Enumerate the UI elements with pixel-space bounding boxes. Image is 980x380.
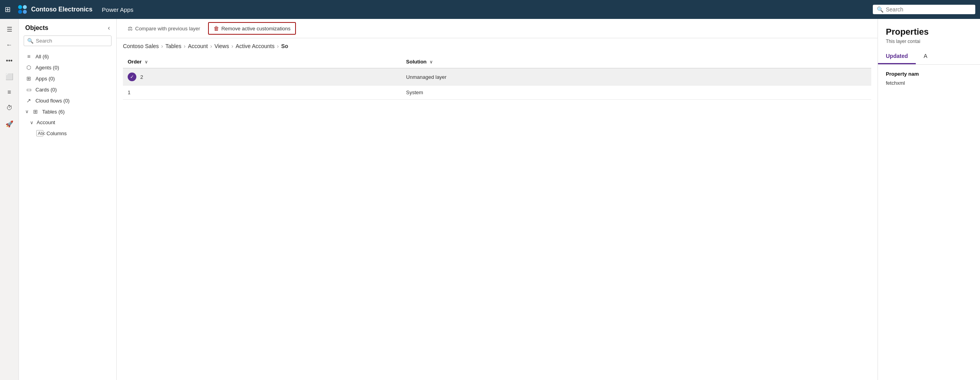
breadcrumb-sep-3: ›	[210, 43, 212, 49]
cards-icon: ▭	[25, 86, 32, 93]
breadcrumb-sep-1: ›	[161, 43, 163, 49]
layers-table: Order ∨ Solution ∨ ✓	[123, 56, 871, 100]
row2-order-value: 1	[128, 89, 130, 95]
tab-updated-label: Updated	[886, 53, 908, 59]
breadcrumb-tables[interactable]: Tables	[166, 43, 181, 49]
col-order[interactable]: Order ∨	[123, 56, 402, 68]
sidebar-item-account[interactable]: ∨ Account	[19, 117, 116, 128]
row1-solution-value: Unmanaged layer	[402, 68, 871, 86]
sidebar-item-all[interactable]: ≡ All (6)	[19, 51, 116, 62]
columns-icon: Abc	[36, 130, 43, 136]
rail-menu-icon[interactable]: ☰	[2, 22, 17, 36]
row1-order-value: 2	[140, 74, 143, 80]
breadcrumb: Contoso Sales › Tables › Account › Views…	[117, 38, 878, 52]
breadcrumb-active-accounts[interactable]: Active Accounts	[236, 43, 275, 49]
sidebar-item-cloud-flows[interactable]: ↗ Cloud flows (0)	[19, 95, 116, 106]
rail-rocket-icon[interactable]: 🚀	[2, 117, 17, 131]
rail-history-icon[interactable]: ⏱	[2, 101, 17, 115]
sidebar-item-label-columns: Columns	[46, 130, 67, 136]
properties-title: Properties	[878, 19, 980, 39]
table-row[interactable]: 1 System	[123, 86, 871, 100]
sidebar-item-agents[interactable]: ⬡ Agents (0)	[19, 62, 116, 73]
brand-icon	[17, 4, 28, 15]
sidebar-item-label-cloud-flows: Cloud flows (0)	[35, 98, 70, 104]
sidebar-item-cards[interactable]: ▭ Cards (0)	[19, 84, 116, 95]
breadcrumb-views[interactable]: Views	[214, 43, 229, 49]
properties-panel: Properties This layer contai Updated A P…	[878, 19, 980, 380]
tab-updated[interactable]: Updated	[878, 49, 916, 64]
svg-point-3	[23, 10, 27, 14]
properties-tabs: Updated A	[878, 49, 980, 65]
order-sort-icon: ∨	[145, 60, 148, 64]
icon-rail: ☰ ← ••• ⬜ ≡ ⏱ 🚀	[0, 19, 19, 380]
sidebar-item-label-apps: Apps (0)	[35, 76, 55, 82]
global-search-box[interactable]: 🔍	[873, 5, 975, 14]
app-name: Power Apps	[102, 6, 134, 13]
rail-component-icon[interactable]: ⬜	[2, 69, 17, 84]
col-solution-label: Solution	[406, 59, 427, 65]
sidebar-title: Objects	[25, 24, 48, 32]
main-layout: ☰ ← ••• ⬜ ≡ ⏱ 🚀 Objects ‹ 🔍 ≡ All (6) ⬡ …	[0, 19, 980, 380]
agents-icon: ⬡	[25, 64, 32, 71]
compare-icon: ⚖	[128, 25, 133, 32]
trash-icon: 🗑	[214, 25, 219, 32]
solution-sort-icon: ∨	[430, 60, 433, 64]
global-search-icon: 🔍	[877, 6, 883, 13]
sidebar-search-icon: 🔍	[27, 38, 33, 44]
properties-content: Property nam fetchxml	[878, 65, 980, 92]
svg-point-1	[23, 5, 27, 9]
sidebar-search-box[interactable]: 🔍	[24, 35, 112, 46]
table-row[interactable]: ✓ 2 Unmanaged layer	[123, 68, 871, 86]
col-solution[interactable]: Solution ∨	[402, 56, 871, 68]
grid-menu-icon[interactable]: ⊞	[5, 5, 11, 14]
row1-order-cell: ✓ 2	[123, 68, 402, 86]
tab-all[interactable]: A	[916, 49, 935, 64]
row2-solution-value: System	[402, 86, 871, 100]
breadcrumb-current: So	[281, 43, 288, 49]
compare-button-label: Compare with previous layer	[135, 26, 200, 32]
rail-back-icon[interactable]: ←	[2, 38, 17, 52]
content-area: ⚖ Compare with previous layer 🗑 Remove a…	[117, 19, 878, 380]
compare-button[interactable]: ⚖ Compare with previous layer	[123, 23, 205, 34]
sidebar-header: Objects ‹	[19, 19, 116, 35]
objects-sidebar: Objects ‹ 🔍 ≡ All (6) ⬡ Agents (0) ⊞ App…	[19, 19, 117, 380]
sidebar-item-apps[interactable]: ⊞ Apps (0)	[19, 73, 116, 84]
remove-button-label: Remove active customizations	[221, 26, 291, 32]
tables-chevron-icon: ∨	[25, 109, 29, 114]
sidebar-item-tables[interactable]: ∨ ⊞ Tables (6)	[19, 106, 116, 117]
property-name-header: Property nam	[886, 71, 972, 77]
properties-subtitle: This layer contai	[878, 39, 980, 49]
selected-check-icon: ✓	[128, 73, 136, 81]
svg-point-0	[18, 5, 22, 9]
cloud-flows-icon: ↗	[25, 97, 32, 104]
sidebar-item-label-all: All (6)	[35, 54, 49, 60]
global-search-input[interactable]	[886, 6, 971, 13]
sidebar-item-label-agents: Agents (0)	[35, 65, 59, 71]
remove-customizations-button[interactable]: 🗑 Remove active customizations	[208, 22, 296, 35]
rail-list-icon[interactable]: ≡	[2, 85, 17, 99]
rail-dots-icon[interactable]: •••	[2, 54, 17, 68]
tab-all-label: A	[924, 53, 927, 59]
col-order-label: Order	[128, 59, 141, 65]
sidebar-item-label-cards: Cards (0)	[35, 87, 57, 93]
apps-icon: ⊞	[25, 75, 32, 82]
sidebar-items-list: ≡ All (6) ⬡ Agents (0) ⊞ Apps (0) ▭ Card…	[19, 51, 116, 380]
topbar: ⊞ Contoso Electronics Power Apps 🔍	[0, 0, 980, 19]
property-fetchxml-value: fetchxml	[886, 80, 972, 86]
breadcrumb-sep-4: ›	[231, 43, 233, 49]
tables-icon: ⊞	[32, 108, 39, 115]
data-table-container: Order ∨ Solution ∨ ✓	[117, 52, 878, 380]
sidebar-collapse-button[interactable]: ‹	[108, 24, 110, 32]
account-chevron-icon: ∨	[30, 120, 33, 125]
sidebar-search-input[interactable]	[36, 38, 108, 44]
all-icon: ≡	[25, 53, 32, 60]
breadcrumb-contoso-sales[interactable]: Contoso Sales	[123, 43, 159, 49]
brand-name: Contoso Electronics	[31, 6, 93, 13]
sidebar-item-columns[interactable]: Abc Columns	[19, 128, 116, 139]
brand-logo: Contoso Electronics	[17, 4, 93, 15]
breadcrumb-sep-2: ›	[184, 43, 186, 49]
breadcrumb-account[interactable]: Account	[188, 43, 208, 49]
sidebar-item-label-account: Account	[37, 119, 55, 125]
row2-order-cell: 1	[123, 86, 402, 100]
breadcrumb-sep-5: ›	[277, 43, 279, 49]
